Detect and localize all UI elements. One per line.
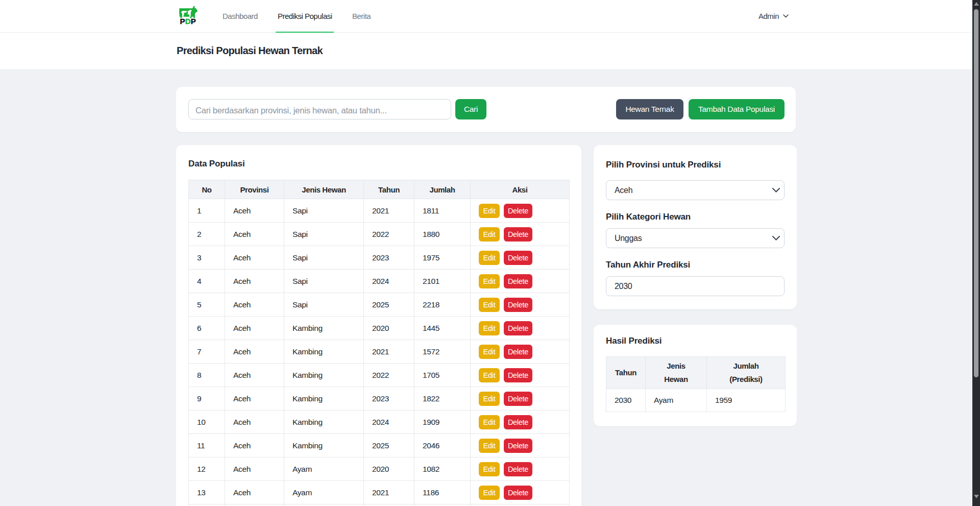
svg-text:PDP: PDP bbox=[180, 17, 196, 25]
